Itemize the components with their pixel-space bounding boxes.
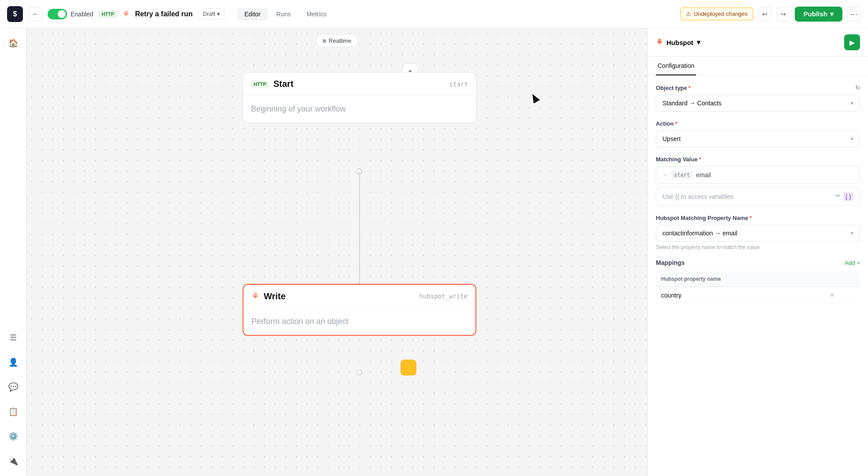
matching-value-field: Matching Value * → start email Use {{ to…: [656, 156, 860, 206]
start-node-http-badge: HTTP: [251, 81, 269, 88]
publish-label: Publish: [804, 10, 827, 18]
draft-button[interactable]: Draft ▾: [198, 8, 225, 19]
mv-arrow-icon: →: [662, 172, 668, 178]
hubspot-matching-required: *: [749, 215, 752, 221]
sidebar-item-docs[interactable]: 📋: [5, 404, 21, 420]
undeployed-changes-button[interactable]: ⚠ Undeployed changes: [680, 7, 753, 20]
toggle-wrap: Enabled: [48, 9, 93, 19]
http-badge: HTTP: [98, 10, 117, 18]
workflow-canvas[interactable]: Realtime + ⊞ ▶ HTTP Start start Beginnin…: [26, 28, 647, 476]
matching-value-box: → start email: [656, 166, 860, 184]
hubspot-dropdown-icon: ▾: [697, 38, 700, 46]
connector-dot-write-bottom: [356, 369, 362, 376]
sidebar-item-home[interactable]: 🏠: [5, 35, 21, 51]
sidebar-item-settings[interactable]: ⚙️: [5, 428, 21, 444]
hubspot-selector-label: Hubspot: [666, 39, 693, 46]
hubspot-matching-value: contactinformation → email: [662, 230, 737, 237]
edit-icon[interactable]: ✏: [835, 192, 841, 201]
add-label: Add: [845, 260, 855, 266]
matching-value-badge: start: [671, 171, 692, 179]
hubspot-selector[interactable]: ⚘ Hubspot ▾: [656, 37, 700, 47]
variable-icon[interactable]: { }: [843, 192, 853, 201]
undo-button[interactable]: ↩: [758, 7, 772, 21]
write-node-body: Perform action on an object: [243, 308, 475, 335]
hubspot-matching-chevron-icon: ▾: [851, 230, 853, 236]
sidebar-item-logs[interactable]: ☰: [5, 330, 21, 346]
mappings-title: Mappings: [656, 259, 685, 266]
write-node-id: hubspot_write: [419, 293, 468, 300]
start-node-id: start: [449, 81, 468, 88]
write-node-header: ⚘ Write hubspot_write: [243, 285, 475, 308]
hubspot-matching-select[interactable]: contactinformation → email ▾: [656, 225, 860, 242]
tab-configuration[interactable]: Configuration: [656, 57, 696, 75]
start-node-header: HTTP Start start: [243, 73, 476, 95]
topbar-left: $ ← Enabled HTTP ⚘ Retry a failed run Dr…: [7, 6, 675, 22]
warning-icon: ⚠: [686, 11, 691, 17]
main-area: 🏠 ☰ 👤 💬 📋 ⚙️ 🔌 Realtime + ⊞ ▶: [0, 28, 868, 476]
topbar-right: ⚠ Undeployed changes ↩ ↪ Publish ▾ ⋯: [680, 7, 861, 22]
app-logo[interactable]: $: [7, 6, 23, 22]
mapping-delete-cell: ×: [825, 287, 860, 304]
mappings-col-property: Hubspot property name: [656, 271, 825, 287]
action-label: Action *: [656, 120, 860, 127]
toggle-label: Enabled: [71, 11, 93, 18]
action-chevron-icon: ▾: [851, 136, 853, 142]
panel-body: Object type * ↻ Standard → Contacts ▾ Ac…: [648, 76, 868, 322]
mappings-header: Mappings Add +: [656, 259, 860, 266]
hubspot-matching-field: Hubspot Matching Property Name * contact…: [656, 215, 860, 250]
hubspot-icon: ⚘: [123, 9, 130, 19]
more-options-button[interactable]: ⋯: [847, 7, 861, 21]
enabled-toggle[interactable]: [48, 9, 67, 19]
action-label-text: Action: [656, 120, 673, 127]
connector-line: [359, 171, 360, 286]
add-mapping-button[interactable]: Add +: [845, 260, 860, 266]
refresh-object-type-icon[interactable]: ↻: [855, 85, 860, 91]
action-value: Upsert: [662, 135, 681, 142]
realtime-dot: [322, 39, 326, 43]
object-type-value: Standard → Contacts: [662, 100, 722, 107]
object-type-select[interactable]: Standard → Contacts ▾: [656, 95, 860, 112]
realtime-label: Realtime: [329, 37, 351, 44]
realtime-button[interactable]: Realtime: [316, 34, 358, 47]
undeployed-label: Undeployed changes: [694, 11, 748, 17]
start-node-card: HTTP Start start Beginning of your workf…: [243, 72, 476, 123]
table-row: country ×: [656, 287, 860, 304]
matching-value-required: *: [699, 156, 701, 163]
hubspot-matching-label-text: Hubspot Matching Property Name: [656, 215, 748, 221]
mappings-col-actions: [825, 271, 860, 287]
delete-mapping-button[interactable]: ×: [830, 291, 834, 299]
config-tabs: Configuration: [648, 57, 868, 76]
var-icons: ✏ { }: [835, 192, 853, 201]
tab-metrics[interactable]: Metrics: [299, 8, 333, 20]
publish-chevron-icon: ▾: [830, 10, 834, 18]
start-node-title: Start: [273, 79, 294, 89]
topbar: $ ← Enabled HTTP ⚘ Retry a failed run Dr…: [0, 0, 868, 28]
add-icon: +: [857, 260, 860, 266]
sidebar-item-users[interactable]: 👤: [5, 354, 21, 370]
hubspot-matching-hint: Select the property name to match the va…: [656, 244, 860, 250]
right-panel: ⚘ Hubspot ▾ ▶ Configuration Object type …: [647, 28, 868, 476]
action-required: *: [675, 120, 677, 127]
tab-runs[interactable]: Runs: [269, 8, 298, 20]
write-node-header-left: ⚘ Write: [251, 291, 286, 301]
sidebar-item-messages[interactable]: 💬: [5, 379, 21, 395]
hubspot-write-icon: ⚘: [251, 291, 259, 301]
sidebar-item-integrations[interactable]: 🔌: [5, 453, 21, 469]
start-node-header-left: HTTP Start: [251, 79, 293, 89]
action-select[interactable]: Upsert ▾: [656, 130, 860, 147]
redo-button[interactable]: ↪: [776, 7, 790, 21]
yellow-indicator: [400, 360, 416, 376]
workflow-title: Retry a failed run: [135, 10, 193, 18]
panel-run-button[interactable]: ▶: [844, 34, 860, 50]
publish-button[interactable]: Publish ▾: [795, 7, 842, 22]
write-node[interactable]: ⚘ Write hubspot_write Perform action on …: [243, 284, 476, 336]
cursor-pointer-visual: [529, 92, 540, 103]
tab-editor[interactable]: Editor: [237, 8, 268, 20]
hubspot-selector-icon: ⚘: [656, 37, 663, 47]
object-type-label: Object type * ↻: [656, 85, 860, 91]
matching-value-label: Matching Value *: [656, 156, 860, 163]
variable-input[interactable]: Use {{ to access variables ✏ { }: [656, 187, 860, 206]
start-node[interactable]: HTTP Start start Beginning of your workf…: [243, 72, 476, 123]
matching-value-text: email: [696, 171, 711, 178]
back-button[interactable]: ←: [28, 7, 42, 21]
